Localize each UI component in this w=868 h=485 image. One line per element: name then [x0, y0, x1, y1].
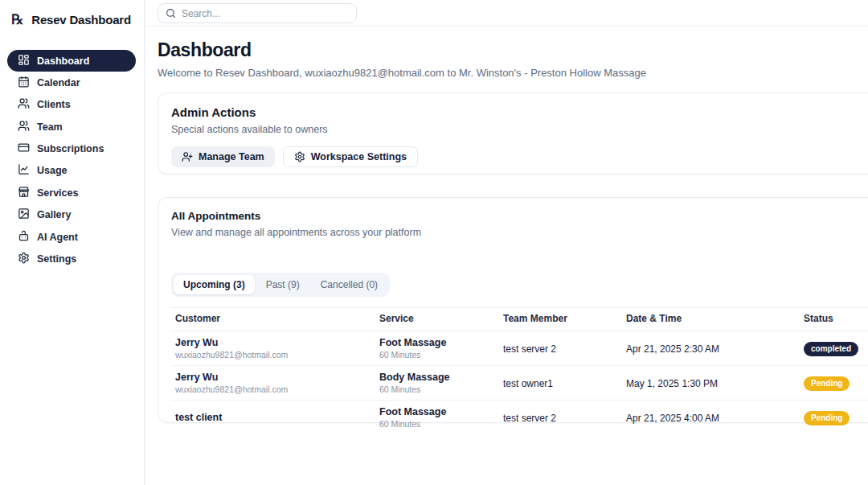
admin-actions-card: Admin Actions Special actions available … [158, 92, 868, 175]
sidebar-item-label: Usage [37, 165, 68, 176]
status-badge: Pending [804, 411, 850, 425]
manage-team-button[interactable]: Manage Team [171, 146, 275, 167]
sidebar-item-label: Services [37, 187, 78, 199]
sidebar-item-team[interactable]: Team [7, 116, 136, 138]
sidebar-item-calendar[interactable]: Calendar [7, 72, 136, 93]
sidebar-item-settings[interactable]: Settings [7, 249, 136, 270]
sidebar: ℞ Resev Dashboard Dashboard Calendar Cli… [0, 0, 145, 485]
appointment-datetime: May 1, 2025 1:30 PM [626, 378, 718, 389]
credit-card-icon [18, 142, 30, 156]
page-subtitle: Welcome to Resev Dashboard, wuxiaozhu982… [158, 67, 855, 79]
content: Dashboard Welcome to Resev Dashboard, wu… [145, 27, 868, 436]
service-name: Body Massage [379, 372, 497, 383]
sidebar-item-label: Calendar [37, 77, 80, 88]
table-row: Jerry Wu wuxiaozhu9821@hotmail.com Foot … [171, 331, 868, 366]
service-duration: 60 Minutes [379, 384, 497, 394]
gear-icon [294, 151, 305, 162]
bot-icon [18, 230, 30, 245]
sidebar-item-gallery[interactable]: Gallery [7, 204, 136, 226]
sidebar-item-label: Gallery [37, 209, 71, 220]
chart-line-icon [18, 163, 30, 178]
tab-upcoming[interactable]: Upcoming (3) [174, 275, 255, 294]
customer-name: Jerry Wu [175, 337, 373, 348]
sidebar-item-subscriptions[interactable]: Subscriptions [7, 138, 136, 160]
sidebar-item-services[interactable]: Services [7, 182, 136, 203]
sidebar-item-label: Team [37, 121, 63, 133]
service-duration: 60 Minutes [379, 419, 497, 429]
sidebar-item-label: Settings [37, 253, 76, 265]
users-icon [18, 120, 30, 134]
users-icon [18, 97, 30, 112]
customer-name: Jerry Wu [175, 372, 373, 383]
sidebar-item-label: Clients [37, 99, 71, 110]
dashboard-icon [18, 54, 30, 68]
search-box[interactable] [158, 3, 357, 23]
workspace-settings-label: Workspace Settings [311, 151, 407, 162]
appointments-card: All Appointments View and manage all app… [158, 197, 868, 423]
tab-cancelled[interactable]: Cancelled (0) [311, 275, 387, 294]
status-badge: completed [804, 342, 858, 356]
sidebar-item-label: Subscriptions [37, 143, 104, 154]
brand: ℞ Resev Dashboard [0, 0, 144, 28]
customer-email: wuxiaozhu9821@hotmail.com [175, 350, 373, 360]
calendar-icon [18, 76, 30, 90]
table-header-row: Customer Service Team Member Date & Time… [171, 308, 868, 331]
team-member: test owner1 [503, 378, 553, 389]
appointment-datetime: Apr 21, 2025 2:30 AM [626, 343, 719, 355]
column-header-status: Status [804, 308, 868, 331]
admin-actions-title: Admin Actions [171, 105, 868, 119]
sidebar-item-clients[interactable]: Clients [7, 94, 136, 116]
admin-actions-subtitle: Special actions available to owners [171, 124, 868, 135]
user-plus-icon [182, 151, 193, 162]
manage-team-label: Manage Team [199, 151, 264, 162]
status-badge: Pending [804, 376, 850, 391]
team-member: test server 2 [503, 343, 556, 355]
page-title: Dashboard [158, 39, 855, 61]
sidebar-item-label: AI Agent [37, 232, 78, 243]
sidebar-item-dashboard[interactable]: Dashboard [7, 50, 136, 72]
appointments-tabs: Upcoming (3) Past (9) Cancelled (0) [171, 273, 390, 297]
customer-email: wuxiaozhu9821@hotmail.com [175, 384, 373, 394]
table-row: Jerry Wu wuxiaozhu9821@hotmail.com Body … [171, 366, 868, 401]
gear-icon [18, 252, 30, 266]
admin-actions-buttons: Manage Team Workspace Settings [171, 146, 868, 167]
team-member: test server 2 [503, 413, 556, 424]
column-header-team-member: Team Member [503, 308, 626, 331]
appointments-subtitle: View and manage all appointments across … [171, 227, 868, 238]
column-header-customer: Customer [171, 308, 379, 331]
brand-name: Resev Dashboard [31, 13, 131, 27]
appointments-title: All Appointments [171, 210, 868, 222]
workspace-settings-button[interactable]: Workspace Settings [283, 146, 418, 167]
customer-name: test client [175, 412, 373, 423]
sidebar-item-ai-agent[interactable]: AI Agent [7, 226, 136, 248]
column-header-service: Service [379, 308, 503, 331]
brand-logo-icon: ℞ [11, 11, 23, 28]
image-icon [18, 208, 30, 222]
search-icon [166, 8, 176, 18]
tab-past[interactable]: Past (9) [256, 275, 309, 294]
column-header-datetime: Date & Time [626, 308, 804, 331]
appointments-table: Customer Service Team Member Date & Time… [171, 307, 868, 434]
main-area: Dashboard Welcome to Resev Dashboard, wu… [145, 0, 868, 485]
store-icon [18, 186, 30, 200]
topbar [145, 0, 868, 27]
search-input[interactable] [182, 8, 349, 19]
service-duration: 60 Minutes [379, 350, 497, 360]
appointment-datetime: Apr 21, 2025 4:00 AM [626, 413, 719, 424]
sidebar-item-usage[interactable]: Usage [7, 160, 136, 182]
sidebar-nav: Dashboard Calendar Clients Team Subscrip… [0, 50, 144, 270]
service-name: Foot Massage [379, 406, 497, 417]
table-row: test client Foot Massage 60 Minutes test… [171, 401, 868, 435]
sidebar-item-label: Dashboard [37, 55, 89, 67]
service-name: Foot Massage [379, 337, 497, 348]
